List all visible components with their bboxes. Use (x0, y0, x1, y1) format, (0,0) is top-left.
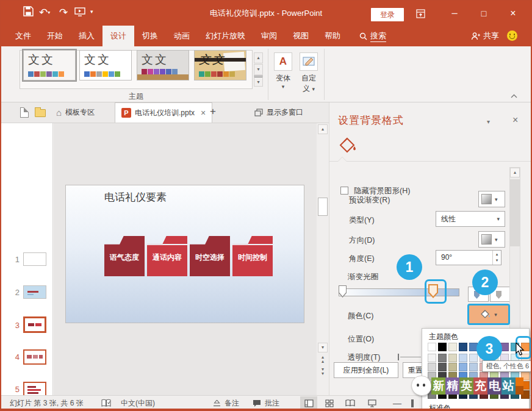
color-swatch[interactable] (448, 343, 457, 351)
color-swatch[interactable] (438, 354, 447, 362)
tab-insert[interactable]: 插入 (71, 26, 102, 46)
current-slide[interactable]: 电话礼仪要素 语气态度 通话内容 时空选择 时间控制 (65, 185, 304, 323)
tab-slideshow[interactable]: 幻灯片放映 (198, 26, 253, 46)
new-document-icon[interactable] (20, 107, 29, 118)
theme-swatch (46, 71, 52, 77)
transparency-slider-track[interactable] (400, 357, 421, 357)
type-label: 类型(Y) (349, 215, 375, 226)
pane-menu-chevron-icon[interactable]: ▾ (487, 118, 490, 125)
slideshow-view-icon[interactable] (364, 396, 381, 410)
slide-title[interactable]: 电话礼仪要素 (104, 190, 167, 204)
comments-icon (253, 399, 261, 407)
theme-thumbnail-4[interactable]: 文文 (194, 50, 246, 80)
qat-customize-icon[interactable]: ▾ (90, 9, 93, 15)
angle-spinner[interactable]: 90° ▴ ▾ (436, 250, 501, 265)
undo-icon[interactable]: ↶▾ (39, 6, 50, 19)
color-dropdown-button[interactable]: ▾ (467, 304, 510, 325)
color-swatch[interactable] (428, 343, 436, 351)
tab-file[interactable]: 文件 (7, 26, 39, 46)
tab-help[interactable]: 帮助 (317, 26, 348, 46)
slide-thumbnail-1[interactable] (23, 252, 46, 266)
preset-gradient-dropdown[interactable]: ▾ (478, 191, 505, 207)
scroll-down-icon[interactable]: ▾ (318, 343, 328, 352)
pane-scroll-up-icon[interactable]: ▴ (510, 168, 520, 177)
theme-thumbnail-2[interactable]: 文文 (79, 50, 132, 80)
close-tab-icon[interactable]: × (198, 108, 206, 118)
spell-check-icon[interactable] (101, 399, 111, 407)
tab-home[interactable]: 开始 (39, 26, 71, 46)
collapse-ribbon-icon[interactable] (511, 94, 517, 98)
color-swatch[interactable] (448, 354, 457, 362)
variants-button[interactable]: 变体▾ (270, 73, 297, 90)
variants-icon[interactable]: A (274, 52, 292, 71)
color-swatch[interactable] (469, 354, 478, 362)
direction-dropdown[interactable]: ▾ (478, 231, 505, 248)
share-button[interactable]: 共享 (471, 26, 499, 46)
slide-thumbnail-2[interactable] (23, 285, 46, 299)
theme-thumbnail-3[interactable]: 文文 (137, 50, 189, 80)
transparency-slider-handle[interactable] (398, 354, 399, 360)
customize-icon[interactable] (300, 52, 318, 71)
start-slideshow-icon[interactable] (74, 7, 85, 16)
color-swatch[interactable] (459, 363, 467, 371)
tab-design[interactable]: 设计 (102, 26, 134, 46)
color-swatch[interactable] (438, 363, 447, 371)
theme-thumbnail-1[interactable]: 文文 (23, 50, 76, 80)
pane-scrollbar-thumb[interactable] (510, 179, 520, 246)
type-dropdown[interactable]: 线性 ▾ (436, 211, 505, 227)
ribbon-display-options-icon[interactable] (416, 9, 425, 18)
color-swatch[interactable] (438, 343, 447, 351)
standard-colors-label: 标准色 (429, 403, 451, 411)
folder-shape-3[interactable]: 时空选择 (190, 236, 230, 276)
reading-view-icon[interactable] (342, 396, 359, 410)
pane-close-icon[interactable]: × (512, 115, 518, 126)
color-swatch[interactable] (428, 363, 436, 371)
sign-in-button[interactable]: 登录 (371, 8, 404, 21)
maximize-button[interactable]: □ (475, 7, 493, 20)
close-button[interactable]: × (504, 7, 522, 20)
gallery-up-icon[interactable]: ▴ (254, 52, 263, 63)
minimize-button[interactable]: ─ (445, 7, 464, 20)
tab-animations[interactable]: 动画 (166, 26, 198, 46)
slide-thumbnail-4[interactable] (23, 349, 46, 365)
open-folder-icon[interactable] (35, 109, 46, 117)
color-swatch[interactable] (459, 354, 467, 362)
fill-bucket-icon[interactable] (338, 135, 358, 155)
color-swatch[interactable] (459, 343, 467, 351)
gallery-down-icon[interactable]: ▾ (254, 64, 263, 75)
color-swatch[interactable] (428, 354, 436, 362)
tab-active-document[interactable]: P 电话礼仪培训.pptx × (115, 102, 212, 123)
tab-transitions[interactable]: 切换 (134, 26, 166, 46)
share-person-icon (471, 32, 480, 41)
gallery-more-icon[interactable]: ▾ (254, 76, 263, 87)
color-swatch[interactable] (469, 363, 478, 371)
redo-icon[interactable]: ↷ (59, 6, 68, 19)
zoom-slider-handle[interactable] (411, 399, 414, 407)
search-box[interactable]: 搜索 (352, 26, 394, 46)
slide-sorter-icon[interactable] (321, 396, 338, 410)
tab-review[interactable]: 审阅 (253, 26, 285, 46)
folder-shape-4[interactable]: 时间控制 (232, 236, 273, 276)
folder-shape-2[interactable]: 通话内容 (147, 236, 187, 276)
apply-to-all-button[interactable]: 应用到全部(L) (334, 362, 398, 378)
folder-shape-1[interactable]: 语气态度 (104, 236, 145, 276)
scroll-up-icon[interactable]: ▴ (318, 124, 328, 134)
new-tab-icon[interactable]: + (210, 105, 216, 118)
normal-view-icon[interactable] (300, 396, 317, 410)
watermark-text: 新精英充电站 (431, 377, 516, 395)
next-slide-icon[interactable]: ▾▾ (318, 367, 328, 377)
tab-view[interactable]: 视图 (285, 26, 317, 46)
theme-swatch (160, 69, 165, 74)
show-multi-window-button[interactable]: 显示多窗口 (248, 102, 309, 123)
document-tab-bar: ⌂ 模板专区 P 电话礼仪培训.pptx × + 显示多窗口 (1, 102, 329, 123)
hide-background-checkbox[interactable] (340, 187, 348, 195)
customize-button[interactable]: 自定 义 ▾ (295, 73, 322, 94)
feedback-smiley-icon[interactable] (507, 30, 517, 41)
angle-label: 角度(E) (349, 254, 375, 264)
save-icon[interactable] (23, 6, 34, 16)
color-swatch[interactable] (448, 363, 457, 371)
tab-template-zone[interactable]: ⌂ 模板专区 (50, 102, 101, 123)
scrollbar-thumb[interactable] (318, 198, 328, 216)
previous-slide-icon[interactable]: ▴▴ (318, 355, 328, 365)
slide-thumbnail-3-selected[interactable] (23, 316, 46, 333)
